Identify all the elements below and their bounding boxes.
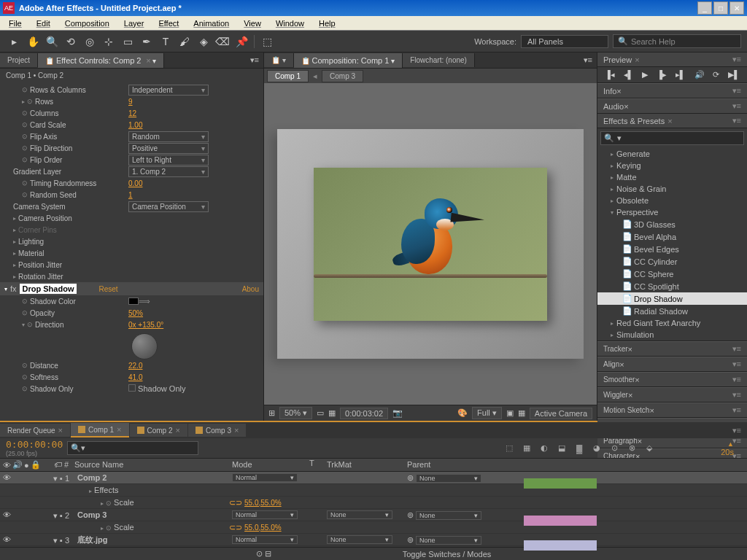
panel-align[interactable]: Align ×▾≡ bbox=[597, 357, 747, 372]
timeline-tab-comp-[interactable]: Comp 2 × bbox=[130, 424, 187, 437]
timeline-tab-comp-[interactable]: Comp 1 × bbox=[71, 423, 128, 438]
speaker-icon[interactable]: 🔊 bbox=[12, 460, 23, 470]
ep-item--d-glasses[interactable]: 📄3D Glasses bbox=[597, 218, 747, 230]
tl-icon-4[interactable]: ⬓ bbox=[554, 442, 569, 455]
ep-item-radial-shadow[interactable]: 📄Radial Shadow bbox=[597, 305, 747, 317]
play-button[interactable]: ▶ bbox=[642, 70, 648, 79]
direction-knob[interactable] bbox=[131, 333, 158, 359]
lock-icon[interactable]: 🔒 bbox=[31, 460, 41, 470]
nav-arrow-icon[interactable]: ◂ bbox=[310, 71, 320, 81]
prop-rotation-jitter[interactable]: ▸ Rotation Jitter bbox=[4, 273, 128, 281]
ep-item-noise-grain[interactable]: ▸ Noise & Grain bbox=[597, 183, 747, 195]
maximize-button[interactable]: □ bbox=[713, 1, 728, 15]
effect-name[interactable]: Drop Shadow bbox=[20, 284, 77, 294]
ram-preview-button[interactable]: ▶▌ bbox=[728, 70, 740, 79]
ep-item-cc-cylinder[interactable]: 📄CC Cylinder bbox=[597, 255, 747, 268]
prop-value[interactable]: 1.00 bbox=[128, 121, 142, 129]
prop-value[interactable]: 1 bbox=[128, 191, 133, 199]
time-marker[interactable]: ▲20s bbox=[661, 440, 734, 456]
close-button[interactable]: ✕ bbox=[729, 1, 744, 15]
fx-shadow-color[interactable]: ⊙ Shadow Color bbox=[4, 298, 128, 306]
prop-camera-system[interactable]: Camera System bbox=[4, 203, 128, 211]
layer-row[interactable]: ▸ ⊙ Scale⊂⊃ 55.0,55.0% bbox=[0, 521, 747, 534]
ep-item-red-giant-text-anarchy[interactable]: ▸ Red Giant Text Anarchy bbox=[597, 317, 747, 329]
prop-camera-position[interactable]: ▸ Camera Position bbox=[4, 214, 128, 222]
ep-item-cc-sphere[interactable]: 📄CC Sphere bbox=[597, 268, 747, 280]
ep-item-simulation[interactable]: ▸ Simulation bbox=[597, 329, 747, 341]
parent-dropdown[interactable]: None bbox=[416, 474, 481, 483]
menu-window[interactable]: Window bbox=[270, 18, 310, 29]
workspace-dropdown[interactable]: All Panels bbox=[521, 35, 608, 48]
trkmat-dropdown[interactable]: None bbox=[327, 510, 392, 519]
ep-item-matte[interactable]: ▸ Matte bbox=[597, 171, 747, 183]
prop-columns[interactable]: ⊙ Columns bbox=[4, 109, 128, 117]
toggle-switches-button[interactable]: Toggle Switches / Modes bbox=[403, 550, 492, 559]
fx-value[interactable]: 50% bbox=[128, 309, 143, 317]
tl-icon-8[interactable]: ⊗ bbox=[624, 442, 639, 455]
panel-smoother[interactable]: Smoother ×▾≡ bbox=[597, 372, 747, 387]
panel-motion-sketch[interactable]: Motion Sketch ×▾≡ bbox=[597, 402, 747, 418]
tl-icon-6[interactable]: ◕ bbox=[589, 442, 604, 455]
tab-project[interactable]: Project bbox=[0, 53, 38, 67]
grid-icon[interactable]: ⊞ bbox=[268, 408, 275, 418]
pen-tool-icon[interactable]: ✒ bbox=[139, 34, 155, 50]
about-link[interactable]: Abou bbox=[242, 285, 259, 293]
last-frame-button[interactable]: ▸▌ bbox=[676, 70, 686, 79]
tl-icon-3[interactable]: ◐ bbox=[537, 442, 551, 455]
toggle-switches-icon[interactable]: ⊙ ⊟ bbox=[256, 549, 271, 559]
color-swatch[interactable] bbox=[128, 298, 139, 305]
prop-gradient-layer[interactable]: Gradient Layer bbox=[4, 168, 128, 176]
prop-lighting[interactable]: ▸ Lighting bbox=[4, 238, 128, 246]
view-dropdown[interactable]: Active Camera bbox=[530, 408, 592, 419]
timeline-tab-render-queue[interactable]: Render Queue × bbox=[0, 424, 70, 437]
tab-flowchart[interactable]: Flowchart: (none) bbox=[403, 53, 475, 67]
col-mode[interactable]: Mode bbox=[229, 459, 309, 471]
ep-item-drop-shadow[interactable]: 📄Drop Shadow bbox=[597, 292, 747, 305]
checkbox[interactable]: Shadow Only bbox=[128, 384, 185, 393]
reset-link[interactable]: Reset bbox=[98, 285, 117, 293]
prop-rows[interactable]: ▸ ⊙ Rows bbox=[4, 98, 128, 106]
loop-button[interactable]: ⟳ bbox=[713, 70, 719, 79]
solo-icon[interactable]: ● bbox=[24, 461, 29, 470]
trkmat-dropdown[interactable]: None bbox=[327, 535, 392, 544]
col-trkmat[interactable]: TrkMat bbox=[324, 459, 404, 471]
prop-dropdown[interactable]: 1. Comp 2 bbox=[128, 166, 209, 177]
rect-tool-icon[interactable]: ▭ bbox=[120, 34, 136, 50]
ep-item-obsolete[interactable]: ▸ Obsolete bbox=[597, 195, 747, 206]
layer-row[interactable]: ▸ ⊙ Scale⊂⊃ 55.0,55.0% bbox=[0, 497, 747, 509]
mute-button[interactable]: 🔊 bbox=[694, 70, 705, 79]
fx-value[interactable]: 0x +135.0° bbox=[128, 321, 163, 329]
panel-menu-icon[interactable]: ▾≡ bbox=[579, 55, 597, 65]
fx-value[interactable]: 41.0 bbox=[128, 373, 142, 381]
menu-file[interactable]: File bbox=[3, 18, 28, 29]
menu-animation[interactable]: Animation bbox=[187, 18, 235, 29]
comp-viewer[interactable] bbox=[264, 83, 597, 405]
prop-dropdown[interactable]: Camera Position bbox=[128, 201, 209, 212]
camera-tool-icon[interactable]: ◎ bbox=[82, 34, 98, 50]
timecode-display[interactable]: 0:00:00:00 bbox=[6, 439, 63, 450]
audio-panel-header[interactable]: Audio ×▾≡ bbox=[597, 98, 747, 114]
prop-dropdown[interactable]: Left to Right bbox=[128, 155, 209, 166]
panel-menu-icon[interactable]: ▾≡ bbox=[246, 55, 263, 65]
prop-corner-pins[interactable]: ▸ Corner Pins bbox=[4, 226, 128, 234]
selection-tool-icon[interactable]: ▸ bbox=[6, 34, 22, 50]
prop-value[interactable]: 0.00 bbox=[128, 179, 142, 187]
mode-dropdown[interactable]: Normal bbox=[232, 473, 298, 482]
col-source-name[interactable]: Source Name bbox=[71, 459, 229, 471]
search-help[interactable]: 🔍 Search Help bbox=[613, 34, 741, 48]
fx-value[interactable]: 22.0 bbox=[128, 362, 142, 370]
col-parent[interactable]: Parent bbox=[404, 459, 521, 471]
menu-edit[interactable]: Edit bbox=[31, 18, 56, 29]
panel-wiggler[interactable]: Wiggler ×▾≡ bbox=[597, 387, 747, 402]
eye-icon[interactable]: 👁 bbox=[3, 510, 11, 519]
layer-row[interactable]: 👁▾ ▪ 3底纹.jpgNormalNone⊚ None bbox=[0, 534, 747, 546]
viewer-tab-comp3[interactable]: Comp 3 bbox=[322, 70, 363, 82]
prop-flip-direction[interactable]: ⊙ Flip Direction bbox=[4, 144, 128, 152]
eye-icon[interactable]: 👁 bbox=[3, 535, 11, 544]
view-icon[interactable]: ▣ bbox=[506, 408, 514, 418]
prop-material[interactable]: ▸ Material bbox=[4, 249, 128, 257]
prev-frame-button[interactable]: ◂▌ bbox=[624, 70, 634, 79]
mode-dropdown[interactable]: Normal bbox=[232, 535, 298, 544]
next-frame-button[interactable]: ▐▸ bbox=[657, 70, 667, 79]
prop-dropdown[interactable]: Random bbox=[128, 131, 209, 142]
